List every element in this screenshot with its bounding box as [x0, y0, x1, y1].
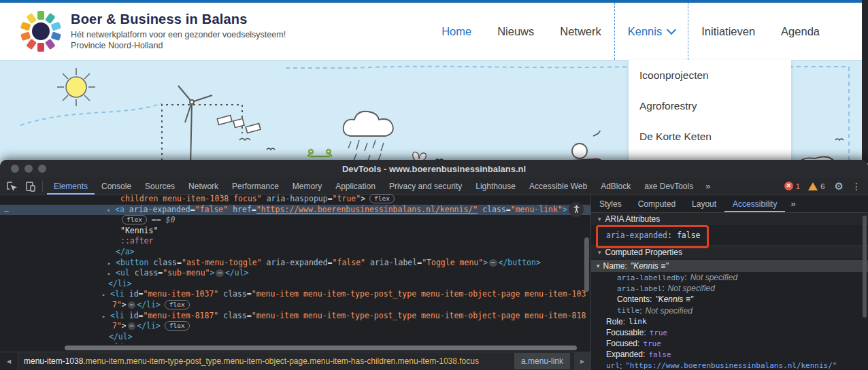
- computed-property-focusable[interactable]: Focusable:true: [591, 327, 868, 338]
- property-value: true: [650, 329, 668, 337]
- sidebar-tab-computed[interactable]: Computed: [630, 196, 684, 212]
- breadcrumb-forward-icon[interactable]: ▶: [574, 352, 590, 370]
- devtools-tab-adblock[interactable]: AdBlock: [594, 178, 637, 195]
- code-line[interactable]: "Kennis": [0, 226, 590, 237]
- computed-property-url[interactable]: url:"https://www.boerenbusinessinbalans.…: [591, 360, 868, 370]
- collapsed-content-icon[interactable]: ⋯: [128, 301, 135, 309]
- devtools-tab-application[interactable]: Application: [329, 178, 382, 195]
- code-line[interactable]: </ul>: [0, 332, 590, 343]
- breadcrumb-back-icon[interactable]: ◀: [0, 352, 18, 370]
- site-brand[interactable]: Boer & Business in Balans Hét netwerkpla…: [19, 10, 286, 53]
- code-line[interactable]: 7">⋯</li>flex: [0, 321, 590, 332]
- gear-icon[interactable]: ⚙: [835, 180, 844, 192]
- code-token: aria-haspopup: [267, 194, 328, 203]
- devtools-tab-privacy-and-security[interactable]: Privacy and security: [382, 178, 469, 195]
- collapsed-content-icon[interactable]: ⋯: [489, 259, 497, 267]
- computed-property-title[interactable]: title:Not specified: [591, 305, 868, 316]
- devtools-window: DevTools - www.boerenbusinessinbalans.nl…: [0, 160, 868, 370]
- code-line[interactable]: 7">⋯</li>flex: [0, 300, 590, 311]
- dropdown-item[interactable]: Agroforestry: [629, 90, 791, 121]
- nav-item-kennis[interactable]: Kennis: [614, 3, 688, 60]
- sidebar-tab-styles[interactable]: Styles: [591, 196, 630, 212]
- nav-item-agenda[interactable]: Agenda: [768, 3, 833, 60]
- nav-item-netwerk[interactable]: Netwerk: [547, 3, 614, 60]
- devtools-tab-elements[interactable]: Elements: [47, 178, 95, 195]
- code-token: class: [153, 258, 177, 267]
- breadcrumb[interactable]: menu-item-1038.menu-item.menu-item-type-…: [18, 356, 514, 366]
- code-token: >: [122, 300, 127, 309]
- elements-horizontal-scrollbar[interactable]: [65, 346, 577, 350]
- code-token: </li>: [108, 279, 132, 288]
- warning-icon[interactable]: [808, 182, 818, 190]
- property-name: Role: [606, 317, 623, 326]
- computed-property-expanded[interactable]: Expanded:false: [591, 349, 868, 360]
- warning-count[interactable]: 6: [820, 182, 824, 190]
- sidebar-tab-accessibility[interactable]: Accessibility: [724, 196, 785, 212]
- collapse-arrow-icon[interactable]: ▸: [102, 290, 110, 301]
- aria-attributes-section-header[interactable]: ▾ ARIA Attributes: [591, 213, 868, 225]
- code-line[interactable]: flex == $0: [0, 215, 590, 226]
- collapsed-content-icon[interactable]: ⋯: [216, 269, 223, 277]
- code-token: "false": [195, 205, 228, 214]
- gutter-more-icon[interactable]: …: [4, 205, 9, 216]
- code-line[interactable]: ▸<ul class="sub-menu">⋯</ul>: [0, 268, 590, 279]
- code-token: "menu-link": [511, 205, 563, 214]
- breadcrumb-current-node[interactable]: a.menu-link: [514, 353, 570, 369]
- error-icon[interactable]: ✕: [784, 182, 793, 190]
- code-token: =: [328, 194, 333, 203]
- inspect-element-icon[interactable]: [4, 180, 19, 193]
- code-token: </button>: [499, 258, 541, 267]
- code-line[interactable]: </a>: [0, 247, 590, 258]
- dropdown-item[interactable]: Icoonprojecten: [629, 60, 791, 90]
- code-line[interactable]: ▸<li id="menu-item-8187" class="menu-ite…: [0, 311, 590, 322]
- code-line[interactable]: ▸<button class="ast-menu-toggle" aria-ex…: [0, 258, 590, 269]
- elements-vertical-scrollbar[interactable]: [584, 237, 589, 292]
- device-toolbar-icon[interactable]: [23, 180, 38, 193]
- computed-property-aria-labelledby[interactable]: aria-labelledby:Not specified: [591, 272, 868, 283]
- computed-property-aria-label[interactable]: aria-label:Not specified: [591, 283, 868, 294]
- devtools-tab-axe-devtools[interactable]: axe DevTools: [637, 178, 700, 195]
- flex-badge[interactable]: flex: [165, 321, 190, 331]
- devtools-titlebar[interactable]: DevTools - www.boerenbusinessinbalans.nl: [0, 160, 868, 178]
- expand-arrow-icon[interactable]: ▾: [107, 205, 115, 216]
- flex-badge[interactable]: flex: [369, 194, 395, 203]
- error-count[interactable]: 1: [796, 182, 800, 190]
- code-line[interactable]: ::after: [0, 236, 590, 247]
- dropdown-item[interactable]: De Korte Keten: [629, 121, 791, 152]
- sidebar-scrollbar[interactable]: [863, 216, 867, 318]
- collapse-arrow-icon[interactable]: ▸: [107, 269, 116, 280]
- devtools-tab-accessible-web[interactable]: Accessible Web: [522, 178, 594, 195]
- sidebar-tab-layout[interactable]: Layout: [684, 196, 724, 212]
- collapse-arrow-icon[interactable]: ▸: [107, 258, 116, 269]
- devtools-tab-performance[interactable]: Performance: [225, 178, 286, 195]
- computed-property-role[interactable]: Role:link: [591, 316, 868, 327]
- collapsed-content-icon[interactable]: ⋯: [128, 322, 135, 330]
- code-line[interactable]: ▸<li id="menu-item-1037" class="menu-ite…: [0, 289, 590, 300]
- kebab-menu-icon[interactable]: ⋮: [852, 181, 861, 192]
- nav-item-label: Netwerk: [560, 25, 601, 38]
- devtools-tab-lighthouse[interactable]: Lighthouse: [469, 178, 522, 195]
- aria-expanded-attribute[interactable]: aria-expanded: false: [606, 231, 701, 240]
- devtools-tab-sources[interactable]: Sources: [138, 178, 182, 195]
- code-line[interactable]: children menu-item-1038 focus" aria-hasp…: [0, 194, 590, 205]
- nav-item-home[interactable]: Home: [429, 3, 484, 60]
- breadcrumb-node-classes[interactable]: .menu-item.menu-item-type-post_type.menu…: [83, 356, 479, 366]
- code-token: "Kennis": [120, 226, 158, 235]
- nav-item-nieuws[interactable]: Nieuws: [484, 3, 547, 60]
- code-line[interactable]: …▾<a aria-expanded="false" href="https:/…: [0, 205, 590, 216]
- flex-badge[interactable]: flex: [165, 300, 190, 309]
- more-tabs-icon[interactable]: »: [700, 181, 716, 191]
- computed-property-contents[interactable]: Contents:"Kennis ≡": [591, 294, 868, 305]
- sidebar-more-tabs-icon[interactable]: »: [785, 199, 801, 209]
- collapse-arrow-icon[interactable]: ▸: [102, 312, 110, 322]
- page-scrollbar[interactable]: [862, 0, 868, 163]
- computed-name-row[interactable]: ▾ Name: "Kennis ≡": [591, 260, 868, 272]
- devtools-tab-console[interactable]: Console: [95, 178, 138, 195]
- computed-property-focused[interactable]: Focused:true: [591, 338, 868, 349]
- code-line[interactable]: </li>: [0, 279, 590, 290]
- breadcrumb-node-id[interactable]: menu-item-1038: [24, 356, 83, 366]
- devtools-tab-memory[interactable]: Memory: [286, 178, 329, 195]
- flex-badge[interactable]: flex: [122, 215, 147, 224]
- devtools-tab-network[interactable]: Network: [182, 178, 225, 195]
- nav-item-initiatieven[interactable]: Initiatieven: [688, 3, 768, 60]
